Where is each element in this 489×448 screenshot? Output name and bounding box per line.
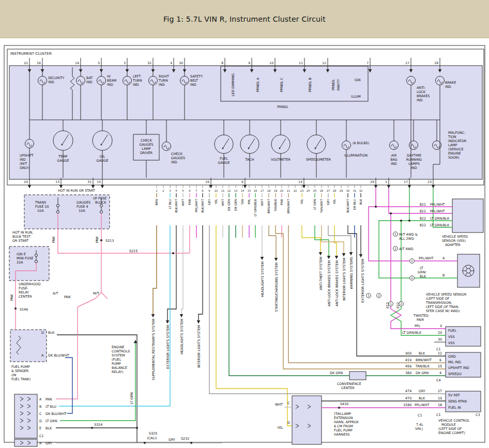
diagram-label: GRY [208, 199, 211, 205]
diagram-label: (LEFT SIDE OF [438, 427, 462, 431]
diagram-label: YEL [215, 198, 218, 205]
diagram-label: BAT [86, 76, 93, 80]
diagram-label: 32 [359, 189, 363, 192]
diagram-label: INTERIOR LIGHTS SYSTEM [197, 325, 201, 368]
splice-dot [408, 220, 410, 222]
diagram-label: 5 [98, 61, 100, 65]
diagram-label: SOON) [448, 156, 459, 160]
diagram-label: BRAKES [417, 94, 430, 98]
diagram-label: 23 [300, 189, 304, 192]
diagram-label: PNK [280, 199, 283, 205]
arrowhead [101, 185, 104, 189]
diagram-label: (TAILLAMP [334, 412, 351, 416]
diagram-label: IND [190, 83, 196, 87]
diagram-label: 419 [405, 358, 411, 362]
arrowhead [261, 257, 264, 260]
diagram-label: DK BLU/WHT [45, 412, 67, 416]
wire [181, 225, 183, 314]
diagram-label: PPL/WHT [430, 209, 445, 213]
diagram-label: C1 [436, 413, 441, 417]
diagram-label: 6 [189, 189, 190, 192]
diagram-label: HEADLIGHTS SYSTEM [180, 319, 184, 354]
diagram-label: VOLTMETER [271, 158, 291, 162]
wire [334, 225, 337, 256]
diagram-label: BLK [419, 351, 425, 356]
diagram-label: I/P FUSE [93, 196, 106, 200]
diagram-label: 19 [75, 61, 79, 65]
diagram-label: FUEL [220, 157, 228, 161]
diagram-label: HARNESS [334, 432, 350, 437]
diagram-label: GAUGE [97, 159, 109, 163]
diagram-label: IND [86, 80, 93, 84]
diagram-label: A [39, 397, 42, 401]
diagram-label: UPSHIFT IND [448, 366, 469, 370]
wire [153, 225, 157, 314]
wire [269, 225, 276, 258]
diagram-label: 1 [390, 302, 392, 305]
diagram-label: VSS [448, 335, 455, 339]
arrowhead [408, 185, 411, 189]
diagram-label: DK BLU [353, 199, 356, 210]
arrowhead [134, 339, 137, 343]
diagram-label: SPEEDOMETER [306, 158, 331, 162]
diagram-label: SUPPLEMENTAL RESTRAINTS SYSTEM [151, 319, 156, 380]
diagram-label: (M/T [20, 162, 27, 166]
diagram-label: BLK [420, 274, 426, 279]
diagram-label: WHT [261, 199, 264, 206]
diagram-label: UPSHIFT [20, 153, 34, 158]
splice-dot [390, 212, 392, 214]
diagram-label: TRANSMISSION, [425, 301, 452, 305]
diagram-label: DRIVER [140, 151, 153, 155]
diagram-label: 29 [438, 331, 442, 335]
diagram-label: 7 [195, 189, 197, 192]
diagram-label: RUNNING [406, 158, 422, 162]
wire [322, 225, 344, 253]
diagram-label: BRN/WHT [267, 199, 270, 213]
wire [65, 358, 72, 413]
gauge-hub [101, 144, 102, 146]
diagram-label: EXTENSION [334, 416, 353, 420]
diagram-label: GAUGES [171, 156, 185, 160]
diagram-label: IND [133, 83, 139, 87]
diagram-label: GAUGES [139, 143, 153, 147]
diagram-label: OR START [12, 239, 28, 243]
diagram-label: 26 [320, 189, 324, 192]
wire [198, 225, 203, 320]
diagram-label: 20 [24, 180, 28, 183]
diagram-label: HI [107, 74, 111, 79]
gauge-hub [315, 148, 316, 149]
diagram-label: LT [420, 266, 423, 270]
diagram-label: RELAY) [112, 370, 123, 374]
diagram-label: CONVENIENCE [337, 382, 361, 386]
diagram-label: 15 [248, 189, 251, 192]
wire [101, 292, 108, 299]
splice-dot [136, 427, 138, 429]
diagram-label: GRY [45, 441, 52, 445]
diagram-label: BRN [155, 199, 158, 205]
diagram-label: TION [448, 135, 456, 139]
diagram-label: ALL 2WD [399, 237, 414, 241]
diagram-label: 18 [438, 403, 442, 407]
diagram-label: PNK [95, 236, 99, 243]
diagram-label: DK GRN [330, 371, 343, 375]
diagram-label: 27 [327, 189, 330, 192]
diagram-label: TAN [241, 199, 244, 205]
diagram-label: 6 [439, 358, 441, 362]
arrowhead [302, 185, 306, 189]
diagram-label: 456 [405, 364, 411, 368]
diagram-label: 821 [386, 302, 390, 308]
diagram-label: BEAM [107, 79, 116, 83]
diagram-label: 31 [353, 189, 357, 192]
arrowhead [432, 185, 435, 189]
diagram-label: C3 [476, 413, 480, 417]
diagram-label: LT GRN/BLK [254, 199, 257, 217]
diagram-label: TAN/BLK [274, 199, 277, 212]
diagram-label: A [41, 353, 44, 358]
diagram-label: 28 [434, 61, 438, 65]
diagram-label: S146 [20, 307, 28, 312]
diagram-label: S430 [340, 402, 348, 406]
diagram-label: WARNING SYSTEMS [349, 257, 354, 289]
diagram-label: 24 [307, 189, 310, 192]
diagram-label: 8 [221, 61, 223, 65]
diagram-label: PRNDL C [280, 77, 284, 92]
